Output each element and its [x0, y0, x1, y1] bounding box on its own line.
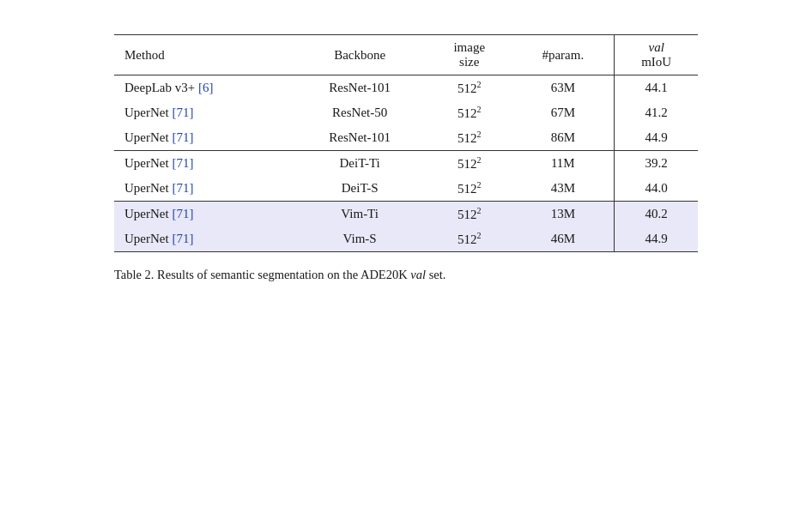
header-backbone: Backbone [293, 35, 427, 75]
table-row: UperNet [71] Vim-S 5122 46M 44.9 [114, 226, 698, 252]
backbone-cell: ResNet-101 [293, 75, 427, 101]
method-cell: DeepLab v3+ [6] [114, 75, 293, 101]
table-row: DeepLab v3+ [6] ResNet-101 5122 63M 44.1 [114, 75, 698, 101]
header-method: Method [114, 35, 293, 75]
miou-cell: 44.9 [615, 125, 698, 151]
params-cell: 43M [512, 176, 615, 202]
backbone-cell: DeiT-Ti [293, 151, 427, 177]
method-cell: UperNet [71] [114, 100, 293, 125]
image-size-cell: 5122 [427, 226, 512, 252]
main-container: Method Backbone image size #param. val m… [106, 17, 706, 302]
table-row: UperNet [71] DeiT-S 5122 43M 44.0 [114, 176, 698, 202]
table-row: UperNet [71] ResNet-101 5122 86M 44.9 [114, 125, 698, 151]
backbone-cell: Vim-S [293, 226, 427, 252]
image-size-cell: 5122 [427, 75, 512, 101]
params-cell: 46M [512, 226, 615, 252]
image-size-cell: 5122 [427, 125, 512, 151]
backbone-cell: ResNet-50 [293, 100, 427, 125]
image-size-cell: 5122 [427, 151, 512, 177]
header-val-mIoU: val mIoU [615, 35, 698, 75]
miou-cell: 40.2 [615, 202, 698, 227]
method-cell: UperNet [71] [114, 202, 293, 227]
backbone-cell: ResNet-101 [293, 125, 427, 151]
params-cell: 63M [512, 75, 615, 101]
miou-cell: 41.2 [615, 100, 698, 125]
header-params: #param. [512, 35, 615, 75]
table-header-row: Method Backbone image size #param. val m… [114, 35, 698, 75]
params-cell: 67M [512, 100, 615, 125]
miou-cell: 39.2 [615, 151, 698, 177]
image-size-cell: 5122 [427, 176, 512, 202]
image-size-cell: 5122 [427, 100, 512, 125]
table-row: UperNet [71] ResNet-50 5122 67M 41.2 [114, 100, 698, 125]
params-cell: 11M [512, 151, 615, 177]
table-row: UperNet [71] Vim-Ti 5122 13M 40.2 [114, 202, 698, 227]
backbone-cell: DeiT-S [293, 176, 427, 202]
results-table: Method Backbone image size #param. val m… [114, 34, 698, 252]
table-row: UperNet [71] DeiT-Ti 5122 11M 39.2 [114, 151, 698, 177]
miou-cell: 44.9 [615, 226, 698, 252]
backbone-cell: Vim-Ti [293, 202, 427, 227]
method-cell: UperNet [71] [114, 176, 293, 202]
miou-cell: 44.1 [615, 75, 698, 101]
method-cell: UperNet [71] [114, 125, 293, 151]
params-cell: 13M [512, 202, 615, 227]
header-image-size: image size [427, 35, 512, 75]
method-cell: UperNet [71] [114, 151, 293, 177]
image-size-cell: 5122 [427, 202, 512, 227]
miou-cell: 44.0 [615, 176, 698, 202]
params-cell: 86M [512, 125, 615, 151]
table-caption: Table 2. Results of semantic segmentatio… [114, 266, 698, 285]
method-cell: UperNet [71] [114, 226, 293, 252]
